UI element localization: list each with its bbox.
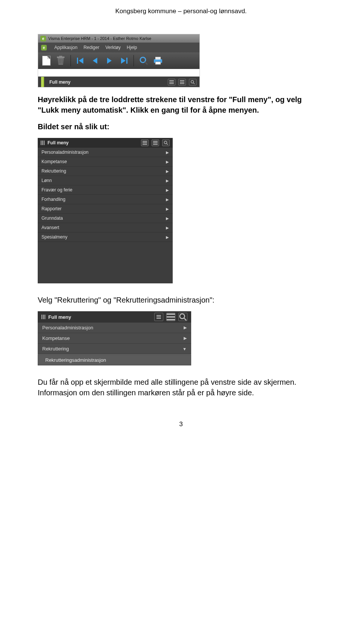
- app-toolbar: [38, 52, 199, 69]
- last-icon: [120, 57, 128, 65]
- svg-rect-18: [153, 141, 158, 142]
- chevron-right-icon: ▶: [166, 150, 169, 154]
- menu-item-grunndata[interactable]: Grunndata▶: [38, 214, 173, 223]
- gap: [38, 69, 199, 76]
- svg-rect-13: [180, 80, 184, 81]
- svg-point-16: [191, 80, 194, 83]
- full-meny-header[interactable]: Full meny: [38, 76, 199, 87]
- list-icon: [180, 80, 184, 84]
- svg-rect-2: [77, 58, 78, 64]
- svg-rect-20: [153, 144, 158, 145]
- svg-rect-11: [155, 57, 161, 60]
- list-icon: [153, 141, 158, 145]
- svg-marker-3: [79, 58, 83, 64]
- menu-item-rapporter[interactable]: Rapporter▶: [38, 204, 173, 214]
- toolbar-separator: [71, 55, 71, 66]
- first-record-button[interactable]: [75, 55, 86, 66]
- chevron-right-icon: ▶: [166, 179, 169, 183]
- menu-rediger[interactable]: Rediger: [83, 45, 99, 50]
- menu-item-personaladministrasjon[interactable]: Personaladministrasjon▶: [38, 148, 173, 157]
- chevron-right-icon: ▶: [166, 235, 169, 239]
- screenshot-full-menu: Full meny Personaladministrasjon▶ Kompet…: [38, 138, 173, 283]
- print-button[interactable]: [153, 55, 163, 66]
- menu-item-fravaer-og-ferie[interactable]: Fravær og ferie▶: [38, 185, 173, 195]
- app-logo-icon: e: [40, 36, 46, 41]
- window-titlebar: e Visma Enterprise HRM - 1 - 2014 - Esth…: [38, 34, 199, 43]
- chevron-right-icon: ▶: [166, 160, 169, 164]
- menu-list-button[interactable]: [178, 79, 186, 86]
- menu-item-avansert[interactable]: Avansert▶: [38, 223, 173, 233]
- submenu-item-rekrutteringsadministrasjon[interactable]: Rekrutteringsadministrasjon: [38, 354, 191, 366]
- menu-verktoy[interactable]: Verktøy: [105, 45, 121, 50]
- menu-applikasjon[interactable]: Applikasjon: [54, 45, 77, 50]
- menu-collapse-button[interactable]: [154, 313, 163, 321]
- instruction-paragraph-2: Bildet ser nå slik ut:: [38, 121, 324, 132]
- menu-item-rekruttering[interactable]: Rekruttering▶: [38, 167, 173, 176]
- menu-drag-handle-icon[interactable]: [41, 141, 44, 145]
- svg-rect-7: [126, 58, 127, 64]
- menu-hjelp[interactable]: Hjelp: [127, 45, 137, 50]
- menu-collapse-button[interactable]: [141, 139, 149, 146]
- svg-rect-1: [59, 56, 62, 57]
- menu-list-button[interactable]: [152, 139, 159, 146]
- svg-marker-6: [121, 58, 126, 64]
- printer-icon: [153, 57, 163, 65]
- first-icon: [77, 57, 85, 65]
- svg-rect-25: [167, 319, 175, 321]
- menu-item-rekruttering[interactable]: Rekruttering▼: [38, 344, 191, 354]
- next-icon: [105, 57, 114, 65]
- svg-rect-19: [153, 142, 158, 143]
- svg-rect-14: [180, 82, 184, 83]
- last-record-button[interactable]: [118, 55, 129, 66]
- svg-line-17: [193, 83, 195, 84]
- menu-drag-handle-icon[interactable]: [41, 315, 45, 319]
- chevron-right-icon: ▶: [166, 216, 169, 220]
- menu-search-button[interactable]: [178, 313, 187, 321]
- page-number: 3: [38, 421, 324, 428]
- menu-list: Personaladministrasjon▶ Kompetanse▶ Rekr…: [38, 148, 173, 283]
- svg-rect-15: [180, 83, 184, 84]
- menu-list-button[interactable]: [166, 313, 175, 321]
- svg-rect-12: [155, 62, 161, 64]
- menu-drag-handle-icon[interactable]: [41, 77, 44, 87]
- svg-line-27: [184, 318, 187, 321]
- search-button[interactable]: [138, 55, 149, 66]
- full-meny-label: Full meny: [48, 314, 71, 320]
- chevron-right-icon: ▶: [166, 169, 169, 173]
- chevron-down-icon: ▼: [183, 347, 187, 351]
- menu-search-button[interactable]: [189, 79, 196, 86]
- menu-item-spesialmeny[interactable]: Spesialmeny▶: [38, 233, 173, 242]
- chevron-right-icon: ▶: [166, 226, 169, 230]
- menu-search-button[interactable]: [162, 139, 170, 146]
- next-record-button[interactable]: [104, 55, 115, 66]
- menu-item-forhandling[interactable]: Forhandling▶: [38, 195, 173, 204]
- menu-item-lonn[interactable]: Lønn▶: [38, 176, 173, 185]
- menu-item-kompetanse[interactable]: Kompetanse▶: [38, 157, 173, 167]
- svg-rect-24: [167, 316, 175, 318]
- menu-item-personaladministrasjon[interactable]: Personaladministrasjon▶: [38, 323, 191, 333]
- menu-item-kompetanse[interactable]: Kompetanse▶: [38, 333, 191, 344]
- toolbar-separator: [133, 55, 134, 66]
- svg-line-22: [167, 144, 168, 145]
- app-menubar: e Applikasjon Rediger Verktøy Hjelp: [38, 43, 199, 52]
- search-icon: [179, 313, 187, 321]
- full-meny-header[interactable]: Full meny: [38, 138, 173, 148]
- full-meny-label: Full meny: [48, 140, 69, 145]
- menu-empty-area: [38, 242, 173, 283]
- prev-icon: [91, 57, 99, 65]
- chevron-right-icon: ▶: [184, 336, 187, 341]
- document-icon: [42, 56, 51, 66]
- list-icon: [167, 313, 175, 321]
- menu-collapse-button[interactable]: [168, 79, 175, 86]
- search-icon: [164, 141, 168, 145]
- screenshot-rekruttering-expanded: Full meny Personaladministrasjon▶ Kompet…: [38, 311, 191, 366]
- delete-button[interactable]: [55, 55, 66, 66]
- svg-point-21: [164, 141, 167, 144]
- chevron-right-icon: ▶: [166, 197, 169, 202]
- app-logo-icon[interactable]: e: [41, 45, 47, 50]
- instruction-paragraph-3: Velg "Rekruttering" og "Rekrutteringsadm…: [38, 295, 324, 305]
- full-meny-header[interactable]: Full meny: [38, 311, 191, 323]
- previous-record-button[interactable]: [90, 55, 100, 66]
- screenshot-toolbar: e Visma Enterprise HRM - 1 - 2014 - Esth…: [38, 34, 200, 87]
- new-document-button[interactable]: [41, 55, 52, 66]
